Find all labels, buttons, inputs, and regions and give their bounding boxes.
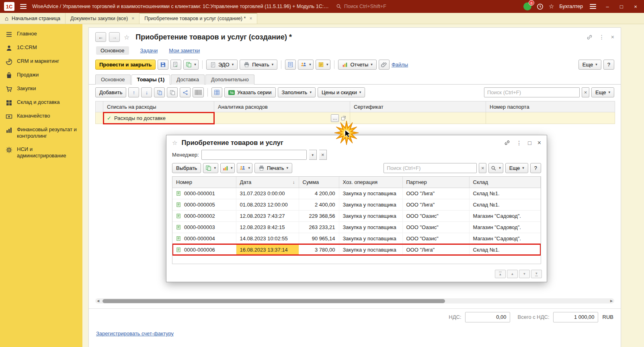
service-menu-icon[interactable] <box>588 2 598 10</box>
sidebar-item-sales[interactable]: Продажи <box>0 68 82 82</box>
edo-button[interactable]: ЭДО ▾ <box>206 60 238 70</box>
duplicate-row-button[interactable] <box>167 87 178 97</box>
certificate-cell[interactable] <box>350 112 486 124</box>
print-button[interactable]: Печать ▾ <box>240 60 277 70</box>
close-window-button[interactable]: × <box>631 4 640 10</box>
search-settings-button[interactable]: ▾ <box>488 163 503 173</box>
goods-search-input[interactable] <box>484 87 580 97</box>
favorite-star-icon[interactable]: ☆ <box>172 139 177 147</box>
create-based-on-button[interactable]: ▾ <box>183 60 199 70</box>
dialog-search-input[interactable] <box>384 163 477 173</box>
more-menu-icon[interactable]: ⋮ <box>516 140 522 146</box>
document-row-selected[interactable]: 0000-000006 16.08.2023 13:37:14 3 780,00… <box>172 244 541 255</box>
tab-additional[interactable]: Дополнительно <box>205 74 254 85</box>
expense-analytics-cell[interactable]: … <box>214 112 350 124</box>
sidebar-item-main[interactable]: Главное <box>0 27 82 41</box>
tab-main[interactable]: Основное <box>95 74 131 85</box>
tasks-button[interactable]: ▾ <box>316 60 331 70</box>
goods-table-row[interactable]: ✓ Расходы по доставке … <box>96 112 615 124</box>
help-button[interactable]: ? <box>603 60 614 70</box>
current-user[interactable]: Бухгалтер <box>560 4 583 9</box>
main-menu-icon[interactable] <box>18 2 28 10</box>
attachments-button[interactable] <box>379 60 390 70</box>
manager-dropdown-icon[interactable]: ▾ <box>309 150 317 160</box>
get-link-icon[interactable] <box>587 34 593 40</box>
prices-discounts-button[interactable]: Цены и скидки ▾ <box>318 87 365 97</box>
sidebar-item-warehouse-delivery[interactable]: Склад и доставка <box>0 96 82 109</box>
more-menu-icon[interactable]: ⋮ <box>599 34 605 40</box>
dialog-help-button[interactable]: ? <box>530 163 541 173</box>
sidebar-item-crm-marketing[interactable]: CRM и маркетинг <box>0 55 82 68</box>
document-row[interactable]: 0000-000002 12.08.2023 7:43:27 229 368,5… <box>172 210 541 221</box>
close-dialog-icon[interactable]: × <box>537 139 541 147</box>
highlighted-date-cell[interactable]: 16.08.2023 13:37:14 <box>236 244 299 255</box>
document-register-button[interactable] <box>285 60 296 70</box>
manager-clear-icon[interactable]: × <box>319 150 327 160</box>
select-button[interactable]: Выбрать <box>172 163 201 173</box>
add-row-button[interactable]: Добавить <box>95 87 126 97</box>
favorites-icon[interactable]: ☆ <box>549 3 554 10</box>
save-button[interactable] <box>158 60 168 70</box>
reports-menu-button[interactable]: ▾ <box>220 163 235 173</box>
document-row[interactable]: 0000-000005 01.08.2023 12:00:00 2 400,00… <box>172 199 541 210</box>
close-tab-icon[interactable]: × <box>131 16 134 21</box>
discussions-icon[interactable]: 8 <box>523 2 531 10</box>
minimize-button[interactable]: – <box>603 4 612 10</box>
tab-goods-services-creation[interactable]: Приобретение товаров и услуг (создание) … <box>139 13 257 24</box>
register-invoice-link[interactable]: Зарегистрировать счет-фактуру <box>96 330 174 337</box>
create-based-on-button[interactable]: ▾ <box>203 163 218 173</box>
sidebar-item-financial-result[interactable]: Финансовый результат и контроллинг <box>0 123 82 143</box>
column-header[interactable]: Номер <box>172 177 236 188</box>
column-header-date[interactable]: Дата↓ <box>236 177 299 188</box>
favorite-star-icon[interactable]: ☆ <box>124 33 129 41</box>
move-row-up-button[interactable]: ↑ <box>128 87 139 97</box>
clear-search-button[interactable]: × <box>582 87 589 97</box>
scrollbar-thumb[interactable] <box>103 299 445 303</box>
sidebar-item-treasury[interactable]: Казначейство <box>0 109 82 123</box>
go-last-button[interactable]: ▼ <box>531 270 542 278</box>
share-button[interactable] <box>180 87 191 97</box>
page-down-button[interactable]: ▼ <box>519 270 530 278</box>
document-row[interactable]: 0000-000004 14.08.2023 10:02:55 90 965,1… <box>172 233 541 244</box>
maximize-dialog-icon[interactable]: □ <box>528 140 531 146</box>
navlink-tasks[interactable]: Задачи <box>140 48 158 54</box>
document-row[interactable]: 0000-000003 12.08.2023 8:42:15 263 233,2… <box>172 221 541 233</box>
column-header[interactable]: Сертификат <box>350 101 486 112</box>
column-header[interactable]: Склад <box>469 177 541 188</box>
tab-delivery[interactable]: Доставка <box>171 74 205 85</box>
expense-item-cell[interactable]: ✓ Расходы по доставке <box>103 112 214 124</box>
set-series-button[interactable]: № Указать серии <box>224 87 275 97</box>
total-amount-field[interactable]: 1 000,00 <box>553 312 598 322</box>
column-header[interactable]: Аналитика расходов <box>214 101 350 112</box>
global-search[interactable]: Поиск Ctrl+Shift+F <box>336 4 386 9</box>
column-header[interactable]: Партнер <box>402 177 469 188</box>
home-tab[interactable]: ⌂ Начальная страница <box>0 13 66 24</box>
post-and-close-button[interactable]: Провести и закрыть <box>95 60 156 70</box>
dialog-header[interactable]: ☆ Приобретение товаров и услуг ⋮ □ × <box>166 135 547 149</box>
barcode-scan-button[interactable] <box>193 87 204 97</box>
sidebar-item-1c-crm[interactable]: 1С:CRM <box>0 41 82 55</box>
maximize-button[interactable]: □ <box>617 4 626 10</box>
tab-goods[interactable]: Товары (1) <box>131 74 170 85</box>
contacts-button[interactable]: ▾ <box>237 163 252 173</box>
scroll-right-icon[interactable]: ▶ <box>609 299 614 303</box>
passport-number-cell[interactable] <box>486 112 615 124</box>
scroll-left-icon[interactable]: ◀ <box>95 299 101 303</box>
document-row[interactable]: 0000-000001 31.07.2023 0:00:00 4 200,00 … <box>172 188 541 199</box>
files-link[interactable]: Файлы <box>392 62 408 68</box>
print-button[interactable]: Печать ▾ <box>254 163 292 173</box>
manager-input[interactable] <box>201 150 307 160</box>
vat-amount-field[interactable]: 0,00 <box>465 312 510 322</box>
page-up-button[interactable]: ▲ <box>507 270 518 278</box>
horizontal-scrollbar[interactable]: ◀ ▶ <box>95 298 614 304</box>
column-header[interactable]: Списать на расходы <box>103 101 214 112</box>
open-form-icon[interactable] <box>341 116 346 121</box>
table-more-button[interactable]: Еще ▾ <box>591 87 614 97</box>
contacts-button[interactable]: ▾ <box>298 60 314 70</box>
fill-button[interactable]: Заполнить ▾ <box>278 87 316 97</box>
post-button[interactable] <box>170 60 181 70</box>
choose-value-button[interactable]: … <box>331 114 339 122</box>
back-button[interactable]: ← <box>95 32 106 42</box>
close-tab-icon[interactable]: × <box>249 16 252 21</box>
get-link-icon[interactable] <box>504 140 510 146</box>
